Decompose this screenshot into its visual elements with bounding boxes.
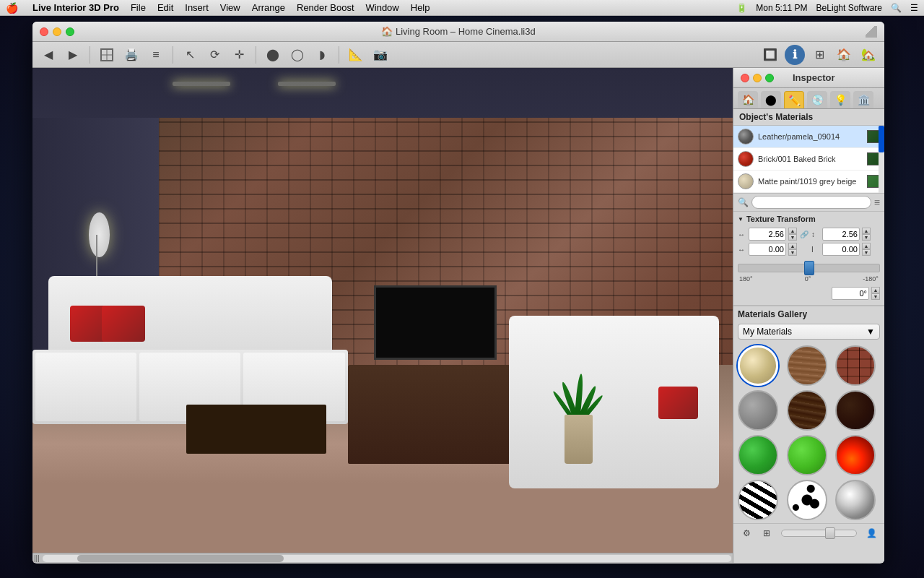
material-item-paint[interactable]: Matte paint/1019 grey beige: [733, 171, 884, 193]
rotation-step-down[interactable]: ▼: [871, 293, 880, 300]
eyedropper-icon[interactable]: 🔍: [738, 197, 749, 207]
3d-view-button[interactable]: 🔲: [760, 45, 780, 65]
gallery-dropdown-label: My Materials: [743, 327, 792, 337]
menu-file[interactable]: File: [131, 2, 146, 13]
minimize-button[interactable]: [53, 27, 61, 36]
camera-button[interactable]: 📷: [370, 45, 391, 65]
menu-dots-icon[interactable]: ≡: [874, 197, 880, 208]
inspector-maximize[interactable]: [765, 74, 774, 82]
x-step-up[interactable]: ▲: [788, 243, 797, 249]
gallery-item-beige[interactable]: [738, 345, 778, 386]
menu-arrange[interactable]: Arrange: [252, 2, 285, 13]
menu-view[interactable]: View: [220, 2, 240, 13]
tab-materials[interactable]: ✏️: [784, 91, 804, 108]
forward-button[interactable]: ▶: [63, 45, 83, 65]
view-2d[interactable]: ⊞: [809, 45, 829, 65]
maximize-button[interactable]: [66, 27, 74, 36]
inspector-minimize[interactable]: [753, 74, 762, 82]
rotation-thumb[interactable]: [804, 261, 814, 275]
height-step-up[interactable]: ▲: [862, 228, 871, 234]
tab-lighting[interactable]: 💡: [830, 91, 850, 108]
gallery-item-green[interactable]: [738, 435, 778, 475]
rotation-track[interactable]: [738, 264, 880, 272]
x-step-down[interactable]: ▼: [788, 249, 797, 256]
menubar-right: 🔋 Mon 5:11 PM BeLight Software 🔍 ☰: [736, 3, 918, 13]
apple-menu[interactable]: 🍎: [6, 2, 18, 14]
materials-scrollbar[interactable]: [879, 126, 884, 193]
info-button[interactable]: ℹ: [785, 45, 805, 65]
search-bar: 🔍 ≡: [733, 194, 884, 212]
rotation-step-up[interactable]: ▲: [871, 287, 880, 293]
move-tool[interactable]: ✛: [229, 45, 249, 65]
add-icon[interactable]: ⊞: [758, 526, 775, 540]
settings-icon[interactable]: ⚙: [738, 526, 755, 540]
scrollbar-track[interactable]: [43, 555, 731, 562]
menu-insert[interactable]: Insert: [185, 2, 209, 13]
y-step-down[interactable]: ▼: [862, 249, 871, 256]
gallery-item-spot[interactable]: [787, 480, 827, 520]
menu-window[interactable]: Window: [366, 2, 399, 13]
width-stepper[interactable]: ▲ ▼: [788, 228, 797, 241]
gallery-item-fire[interactable]: [835, 435, 876, 475]
rotation-value-input[interactable]: 0°: [832, 287, 869, 300]
menu-edit[interactable]: Edit: [157, 2, 173, 13]
view-exterior[interactable]: 🏡: [858, 45, 879, 65]
texture-x-input[interactable]: 0.00: [749, 243, 786, 256]
rotation-slider-container[interactable]: [738, 264, 880, 272]
height-step-down[interactable]: ▼: [862, 234, 871, 241]
gallery-item-lime[interactable]: [787, 435, 827, 475]
material-item-leather[interactable]: Leather/pamela_09014: [733, 126, 884, 148]
zoom-slider[interactable]: [781, 530, 857, 537]
draw-point[interactable]: ⬤: [263, 45, 283, 65]
view-house[interactable]: 🏠: [834, 45, 854, 65]
floorplan-button[interactable]: [97, 45, 117, 65]
edit-tool[interactable]: ⟳: [204, 45, 225, 65]
gallery-item-dark-wood[interactable]: [787, 390, 827, 431]
tab-object[interactable]: ⬤: [761, 91, 781, 108]
width-step-down[interactable]: ▼: [788, 234, 797, 241]
gallery-item-brick[interactable]: [835, 345, 876, 386]
texture-y-input[interactable]: 0.00: [822, 243, 860, 256]
width-step-up[interactable]: ▲: [788, 228, 797, 234]
rotation-max-label: -180°: [863, 275, 879, 282]
x-stepper[interactable]: ▲ ▼: [788, 243, 797, 256]
search-icon[interactable]: 🔍: [891, 3, 902, 13]
gallery-item-dark-brown[interactable]: [835, 390, 876, 431]
print-button[interactable]: 🖨️: [121, 45, 141, 65]
draw-circle[interactable]: ◯: [287, 45, 308, 65]
gallery-item-metal[interactable]: [835, 480, 876, 520]
height-stepper[interactable]: ▲ ▼: [862, 228, 871, 241]
menu-help[interactable]: Help: [411, 2, 430, 13]
tab-texture[interactable]: 💿: [807, 91, 827, 108]
menu-app-name[interactable]: Live Interior 3D Pro: [32, 2, 119, 13]
back-button[interactable]: ◀: [38, 45, 58, 65]
material-item-brick[interactable]: Brick/001 Baked Brick: [733, 148, 884, 171]
texture-height-input[interactable]: 2.56: [822, 228, 860, 241]
window-title: 🏠 Living Room – Home Cinema.li3d: [381, 26, 535, 37]
menu-render-boost[interactable]: Render Boost: [297, 2, 354, 13]
gallery-item-wood[interactable]: [787, 345, 827, 386]
y-stepper[interactable]: ▲ ▼: [862, 243, 871, 256]
rotation-stepper[interactable]: ▲ ▼: [871, 287, 880, 300]
person-icon[interactable]: 👤: [863, 526, 880, 540]
search-input[interactable]: [751, 196, 871, 209]
draw-arc[interactable]: ◗: [312, 45, 332, 65]
inspector-close[interactable]: [741, 74, 749, 82]
measure-tool[interactable]: 📐: [346, 45, 366, 65]
gallery-item-concrete[interactable]: [738, 390, 778, 431]
y-step-up[interactable]: ▲: [862, 243, 871, 249]
gallery-item-zebra[interactable]: [738, 480, 778, 520]
menu-icon[interactable]: ☰: [910, 3, 918, 13]
tab-home[interactable]: 🏠: [738, 91, 758, 108]
link-icon[interactable]: 🔗: [799, 229, 809, 239]
viewport[interactable]: |||: [32, 68, 733, 563]
list-button[interactable]: ≡: [146, 45, 166, 65]
sofa-right-pillow: [658, 387, 698, 419]
select-tool[interactable]: ↖: [180, 45, 200, 65]
texture-width-input[interactable]: 2.56: [749, 228, 786, 241]
tab-structure[interactable]: 🏛️: [853, 91, 873, 108]
resize-handle[interactable]: [866, 26, 877, 38]
viewport-scrollbar[interactable]: |||: [32, 553, 733, 563]
close-button[interactable]: [40, 27, 48, 36]
gallery-dropdown[interactable]: My Materials ▼: [738, 324, 880, 340]
